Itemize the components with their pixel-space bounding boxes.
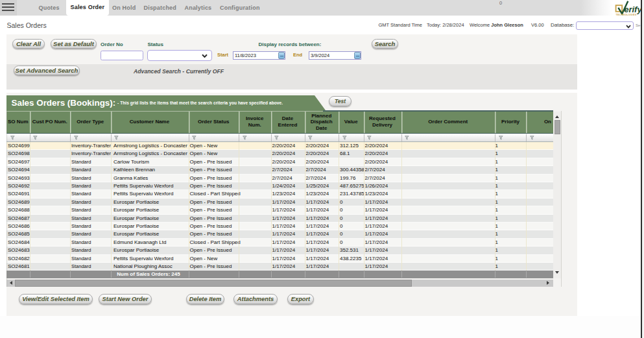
svg-text:TECHNOLOGIES: TECHNOLOGIES	[616, 14, 637, 16]
svg-text:erify: erify	[624, 5, 642, 14]
